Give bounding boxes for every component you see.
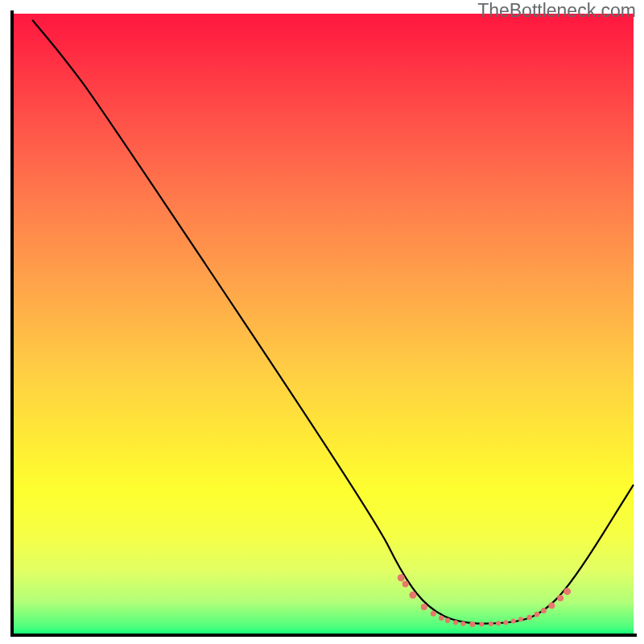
curve-marker	[503, 620, 508, 625]
curve-marker	[564, 588, 571, 595]
curve-marker	[535, 612, 540, 617]
curve-marker	[496, 621, 501, 625]
curve-marker	[526, 615, 532, 621]
curve-marker	[479, 621, 484, 626]
curve-marker	[518, 617, 523, 621]
curve-marker	[489, 621, 493, 626]
y-axis	[10, 10, 14, 637]
chart-svg	[14, 14, 634, 634]
curve-marker	[557, 595, 564, 601]
x-axis	[10, 634, 637, 637]
watermark-text: TheBottleneck.com	[477, 0, 636, 22]
curve-marker	[541, 608, 547, 613]
curve-marker	[402, 580, 409, 587]
chart-area	[14, 14, 634, 634]
curve-marker	[409, 592, 416, 599]
curve-marker	[445, 618, 451, 624]
curve-marker	[421, 604, 427, 610]
curve-marker	[439, 615, 444, 621]
curve-path	[32, 20, 634, 624]
curve-marker	[469, 621, 475, 627]
curve-marker	[453, 620, 458, 625]
curve-marker	[511, 619, 516, 624]
curve-marker	[460, 621, 465, 626]
curve-marker	[431, 611, 436, 617]
curve-marker	[548, 602, 555, 609]
curve-marker	[398, 574, 405, 581]
